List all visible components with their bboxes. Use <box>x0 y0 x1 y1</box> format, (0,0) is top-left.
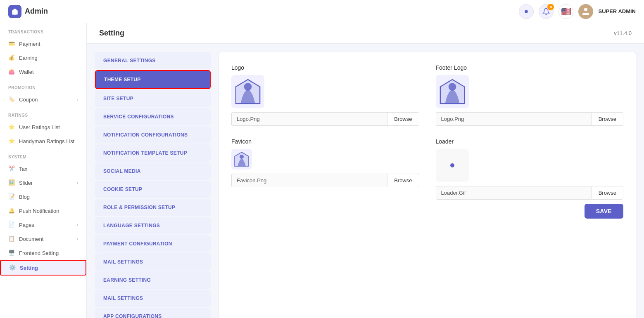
logo-label: Logo <box>231 64 419 71</box>
svg-point-18 <box>240 155 244 159</box>
notification-badge: 8 <box>547 4 554 10</box>
sidebar-item-user-ratings[interactable]: ⭐ User Ratings List <box>0 120 86 134</box>
document-icon: 📋 <box>8 236 15 242</box>
svg-line-4 <box>528 13 529 14</box>
menu-item-mail-settings-2[interactable]: MAIL SETTINGS <box>95 290 211 307</box>
menu-item-role-permission-setup[interactable]: ROLE & PERMISSION SETUP <box>95 199 211 216</box>
setting-layout: GENERAL SETTINGS THEME SETUP SITE SETUP … <box>87 44 644 318</box>
content-area: Setting v11.4.0 GENERAL SETTINGS THEME S… <box>87 23 644 318</box>
menu-item-payment-configuration[interactable]: PAYMENT CONFIGURATION <box>95 235 211 252</box>
sidebar-item-tax[interactable]: ✂️ Tax <box>0 162 86 176</box>
save-button[interactable]: SAVE <box>585 204 623 219</box>
sidebar-item-pages[interactable]: 📄 Pages › <box>0 218 86 232</box>
chevron-right-icon-slider: › <box>77 181 78 185</box>
sidebar-item-setting[interactable]: ⚙️ Setting <box>0 260 86 276</box>
language-selector[interactable]: 🇺🇸 <box>558 4 573 19</box>
chevron-right-icon-pages: › <box>77 223 78 227</box>
logo-preview <box>231 75 264 108</box>
favicon-preview-svg <box>233 151 250 167</box>
logo-upload-row: Browse <box>231 112 419 126</box>
chevron-right-icon-document: › <box>77 237 78 241</box>
menu-item-mail-settings[interactable]: MAIL SETTINGS <box>95 253 211 271</box>
sidebar-item-push-notification[interactable]: 🔔 Push Notification <box>0 204 86 218</box>
logo-area: Admin <box>8 5 91 18</box>
uploads-grid: Logo Browse <box>231 64 623 200</box>
slider-icon: 🖼️ <box>8 179 15 186</box>
favicon-upload-section: Favicon Browse <box>231 138 419 200</box>
earning-icon: 💰 <box>8 54 15 61</box>
sidebar-item-blog[interactable]: 📝 Blog <box>0 190 86 204</box>
svg-point-0 <box>525 10 528 13</box>
section-transactions: TRANSACTIONS <box>0 23 86 37</box>
header-actions: 8 🇺🇸 SUPER ADMIN <box>519 4 636 19</box>
favicon-label: Favicon <box>231 138 419 145</box>
favicon-upload-row: Browse <box>231 174 419 187</box>
loader-filename-input[interactable] <box>436 186 592 200</box>
menu-item-theme-setup[interactable]: THEME SETUP <box>95 70 211 89</box>
svg-point-9 <box>584 8 587 11</box>
logo-filename-input[interactable] <box>231 112 387 126</box>
menu-item-service-configurations[interactable]: SERVICE CONFIGURATIONS <box>95 108 211 125</box>
footer-logo-browse-button[interactable]: Browse <box>592 112 623 126</box>
frontend-icon: 🖥️ <box>8 250 15 256</box>
sidebar-item-handyman-ratings[interactable]: ⭐ Handyman Ratings List <box>0 134 86 148</box>
svg-line-3 <box>524 9 525 9</box>
logo-browse-button[interactable]: Browse <box>387 112 419 126</box>
sidebar-item-coupon[interactable]: 🏷️ Coupon › <box>0 92 86 106</box>
logo-svg <box>11 8 19 15</box>
right-panel: Logo Browse <box>219 52 636 318</box>
page-title: Setting <box>99 29 124 38</box>
menu-item-notification-template-setup[interactable]: NOTIFICATION TEMPLATE SETUP <box>95 144 211 162</box>
chevron-right-icon: › <box>77 97 78 102</box>
menu-item-language-settings[interactable]: LANGUAGE SETTINGS <box>95 217 211 234</box>
notification-icon-sidebar: 🔔 <box>8 207 15 214</box>
loader-label: Loader <box>436 138 624 145</box>
menu-item-social-media[interactable]: SOCIAL MEDIA <box>95 163 211 180</box>
loader-upload-section: Loader Browse <box>436 138 624 200</box>
setting-icon: ⚙️ <box>9 264 16 271</box>
logo-upload-section: Logo Browse <box>231 64 419 126</box>
version-badge: v11.4.0 <box>614 30 632 36</box>
menu-item-cookie-setup[interactable]: COOKIE SETUP <box>95 181 211 198</box>
footer-logo-label: Footer Logo <box>436 64 624 71</box>
main-layout: TRANSACTIONS 💳 Payment 💰 Earning 👛 Walle… <box>0 23 644 318</box>
svg-line-8 <box>528 9 529 9</box>
menu-item-earning-setting[interactable]: EARNING SETTING <box>95 271 211 289</box>
sidebar-item-payment[interactable]: 💳 Payment <box>0 37 86 51</box>
notification-button[interactable]: 8 <box>539 4 554 19</box>
loader-preview <box>436 149 469 182</box>
card-icon: 💳 <box>8 40 15 47</box>
sidebar: TRANSACTIONS 💳 Payment 💰 Earning 👛 Walle… <box>0 23 87 318</box>
favicon-filename-input[interactable] <box>231 174 387 187</box>
menu-item-app-configurations[interactable]: APP CONFIGURATIONS <box>95 308 211 318</box>
footer-logo-preview-svg <box>438 77 467 106</box>
page-header: Setting v11.4.0 <box>87 23 644 44</box>
svg-point-12 <box>244 83 252 91</box>
sun-icon <box>523 8 530 15</box>
avatar-icon <box>581 7 591 16</box>
menu-item-site-setup[interactable]: SITE SETUP <box>95 90 211 107</box>
svg-point-15 <box>448 83 456 91</box>
user-avatar[interactable] <box>578 4 593 19</box>
menu-item-notification-configurations[interactable]: NOTIFICATION CONFIGURATIONS <box>95 126 211 144</box>
loader-upload-row: Browse <box>436 186 624 200</box>
sidebar-item-frontend-setting[interactable]: 🖥️ Frontend Setting <box>0 246 86 260</box>
footer-logo-preview <box>436 75 469 108</box>
section-ratings: RATINGS <box>0 106 86 120</box>
footer-logo-filename-input[interactable] <box>436 112 592 126</box>
save-row: SAVE <box>231 204 623 219</box>
wallet-icon: 👛 <box>8 68 15 75</box>
menu-item-general-settings[interactable]: GENERAL SETTINGS <box>95 52 211 69</box>
theme-toggle-button[interactable] <box>519 4 534 19</box>
sidebar-item-slider[interactable]: 🖼️ Slider › <box>0 176 86 190</box>
star-icon-2: ⭐ <box>8 138 15 144</box>
logo-preview-svg <box>233 77 262 106</box>
favicon-browse-button[interactable]: Browse <box>387 174 419 187</box>
favicon-preview <box>231 149 252 170</box>
section-promotion: PROMOTION <box>0 79 86 92</box>
sidebar-item-wallet[interactable]: 👛 Wallet <box>0 65 86 79</box>
loader-dot <box>450 163 454 167</box>
loader-browse-button[interactable]: Browse <box>592 186 623 200</box>
sidebar-item-earning[interactable]: 💰 Earning <box>0 51 86 65</box>
sidebar-item-document[interactable]: 📋 Document › <box>0 232 86 246</box>
